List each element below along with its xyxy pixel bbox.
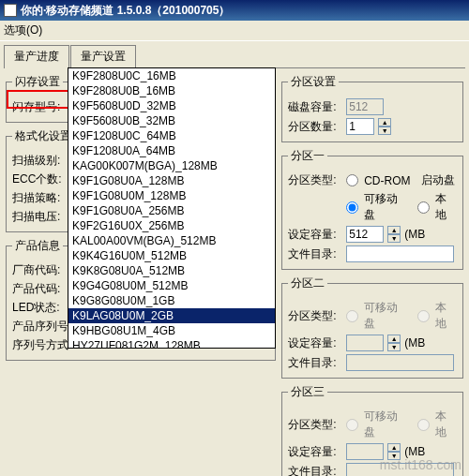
partset-legend: 分区设置 <box>288 74 339 90</box>
dropdown-option[interactable]: K9F1G08U0A_128MB <box>68 173 275 188</box>
p1-removable-label: 可移动盘 <box>364 191 407 223</box>
p3-removable-label: 可移动盘 <box>364 409 407 440</box>
scan-level-label: 扫描级别: <box>12 153 67 169</box>
p1-legend: 分区一 <box>288 148 327 164</box>
tab-strip: 量产进度 量产设置 <box>4 45 465 68</box>
dropdown-option[interactable]: K9F2808U0C_16MB <box>68 68 275 83</box>
dropdown-option[interactable]: K9K8G08U0A_512MB <box>68 263 275 278</box>
p3-local-label: 本地 <box>435 409 457 440</box>
p3-unit: (MB <box>404 445 425 458</box>
p1-cdrom-radio[interactable] <box>346 174 358 186</box>
chevron-up-icon: ▲ <box>378 118 391 126</box>
dropdown-option[interactable]: K9F1G08U0M_128MB <box>68 188 275 203</box>
p2-removable-label: 可移动盘 <box>364 300 407 332</box>
dropdown-option[interactable]: K9K4G16U0M_512MB <box>68 248 275 263</box>
partcount-label: 分区数量: <box>288 119 342 135</box>
p2-cap-input <box>346 335 384 351</box>
p1-removable-radio[interactable] <box>346 201 358 214</box>
p1-cap-spinner[interactable]: ▲▼ <box>387 226 401 243</box>
title-bar: 你的·移动存储频道 1.5.0.8（201000705） <box>0 0 469 21</box>
led-label: LED状态: <box>12 300 67 316</box>
format-legend: 格式化设置 <box>12 128 74 144</box>
tab-progress[interactable]: 量产进度 <box>4 45 69 68</box>
scan-policy-label: 扫描策略: <box>12 190 67 206</box>
p2-local-radio <box>417 310 430 322</box>
dropdown-option[interactable]: K9F2G16U0X_256MB <box>68 218 275 233</box>
p1-cdrom-label: CD-ROM <box>364 174 410 187</box>
p2-cap-label: 设定容量: <box>288 335 342 351</box>
partcount-value[interactable] <box>346 118 374 135</box>
p2-cap-spinner: ▲▼ <box>387 335 401 351</box>
dropdown-option[interactable]: K9F1208U0A_64MB <box>68 143 275 158</box>
diskcap-value <box>346 98 384 115</box>
dropdown-option[interactable]: KAG00K007M(BGA)_128MB <box>68 158 275 173</box>
p3-cap-input <box>346 443 384 460</box>
p1-boot-label: 启动盘 <box>421 172 455 188</box>
serialmode-label: 序列号方式: <box>12 337 71 353</box>
flash-legend: 闪存设置 <box>12 74 63 90</box>
chevron-down-icon: ▼ <box>378 126 391 135</box>
dropdown-option[interactable]: K9F5608U0D_32MB <box>68 98 275 113</box>
p1-cap-label: 设定容量: <box>288 227 342 243</box>
p3-local-radio <box>417 419 430 431</box>
menu-options[interactable]: 选项(O) <box>4 23 42 37</box>
p2-unit: (MB <box>404 336 425 350</box>
p1-unit: (MB <box>404 228 425 241</box>
p2-dir-input <box>346 354 454 371</box>
p2-type-label: 分区类型: <box>288 308 342 324</box>
p2-removable-radio <box>346 310 358 322</box>
serial-label: 产品序列号: <box>12 319 71 335</box>
ecc-label: ECC个数: <box>12 171 67 187</box>
product-legend: 产品信息 <box>12 238 63 254</box>
dropdown-option[interactable]: K9F1G08U0A_256MB <box>68 203 275 218</box>
p2-local-label: 本地 <box>435 300 457 332</box>
window-title: 你的·移动存储频道 1.5.0.8（201000705） <box>21 0 230 21</box>
partition-1: 分区一 分区类型:CD-ROM 启动盘 可移动盘 本地 设定容量:▲▼(MB 文… <box>281 148 463 270</box>
dropdown-option[interactable]: K9F2808U0B_16MB <box>68 83 275 98</box>
p3-cap-label: 设定容量: <box>288 444 342 460</box>
partcount-spinner[interactable]: ▲▼ <box>378 118 391 135</box>
product-label: 产品代码: <box>12 281 67 297</box>
dropdown-option[interactable]: KAL00A00VM(BGA)_512MB <box>68 233 275 248</box>
scan-voltage-label: 扫描电压: <box>12 209 67 225</box>
vendor-label: 厂商代码: <box>12 262 67 278</box>
p1-local-label: 本地 <box>435 191 457 223</box>
dropdown-option[interactable]: HY27UF081G2M_128MB <box>68 338 275 349</box>
dropdown-option[interactable]: K9F1208U0C_64MB <box>68 128 275 143</box>
dropdown-option[interactable]: K9G4G08U0M_512MB <box>68 278 275 293</box>
partition-2: 分区二 分区类型:可移动盘 本地 设定容量:▲▼(MB 文件目录: <box>281 275 463 379</box>
p1-cap-input[interactable] <box>346 226 384 243</box>
dropdown-option[interactable]: K9G8G08U0M_1GB <box>68 293 275 308</box>
flash-model-label: 闪存型号: <box>12 99 67 115</box>
p3-removable-radio <box>346 419 358 431</box>
app-icon <box>4 4 17 17</box>
dropdown-option[interactable]: K9LAG08U0M_2GB <box>68 308 275 323</box>
dropdown-option[interactable]: K9HBG08U1M_4GB <box>68 323 275 338</box>
p1-type-label: 分区类型: <box>288 172 342 188</box>
menu-bar: 选项(O) <box>0 21 469 41</box>
p2-dir-label: 文件目录: <box>288 355 342 371</box>
p1-dir-input[interactable] <box>346 245 454 262</box>
p3-type-label: 分区类型: <box>288 417 342 433</box>
flash-model-dropdown[interactable]: K9F2808U0C_16MBK9F2808U0B_16MBK9F5608U0D… <box>68 67 276 349</box>
p1-local-radio[interactable] <box>417 201 430 214</box>
p2-legend: 分区二 <box>288 275 327 291</box>
partition-set: 分区设置 磁盘容量: 分区数量:▲▼ <box>281 74 463 142</box>
dropdown-option[interactable]: K9F5608U0B_32MB <box>68 113 275 128</box>
tab-settings[interactable]: 量产设置 <box>70 45 136 68</box>
p3-legend: 分区三 <box>288 384 327 400</box>
diskcap-label: 磁盘容量: <box>288 99 342 115</box>
p1-dir-label: 文件目录: <box>288 246 342 262</box>
watermark: mst.it168.com <box>380 457 461 472</box>
p3-dir-label: 文件目录: <box>288 464 342 477</box>
